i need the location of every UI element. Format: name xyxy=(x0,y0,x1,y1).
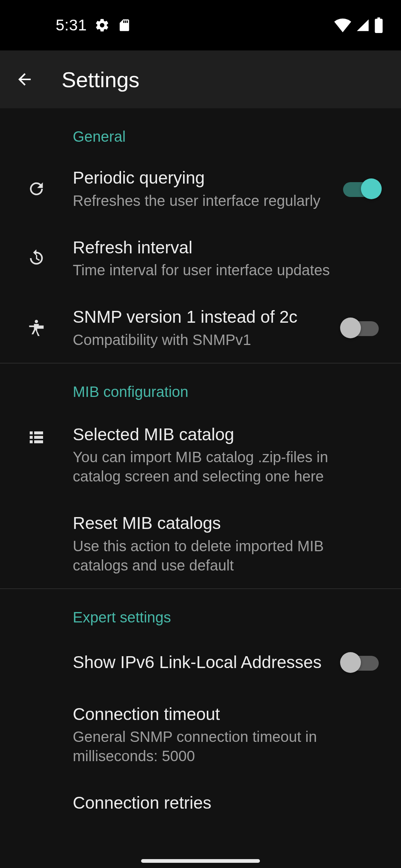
back-button[interactable] xyxy=(11,66,38,93)
sd-card-icon xyxy=(117,18,131,32)
toggle-snmp-v1[interactable] xyxy=(340,316,382,340)
row-selected-mib-catalog[interactable]: Selected MIB catalog You can import MIB … xyxy=(0,409,401,500)
settings-content: General Periodic querying Refreshes the … xyxy=(0,108,401,868)
accessibility-icon xyxy=(0,318,73,338)
row-connection-retries[interactable]: Connection retries xyxy=(0,779,401,814)
setting-subtitle: Refreshes the user interface regularly xyxy=(73,191,333,210)
cell-signal-icon xyxy=(356,18,370,32)
section-header-mib: MIB configuration xyxy=(0,364,401,409)
toggle-show-ipv6[interactable] xyxy=(340,651,382,674)
setting-subtitle: Compatibility with SNMPv1 xyxy=(73,330,333,349)
setting-title: Selected MIB catalog xyxy=(73,424,379,445)
status-left: 5:31 xyxy=(56,16,131,34)
app-bar: Settings xyxy=(0,50,401,108)
row-refresh-interval[interactable]: Refresh interval Time interval for user … xyxy=(0,224,401,293)
list-icon xyxy=(0,424,73,445)
setting-subtitle: General SNMP connection timeout in milli… xyxy=(73,727,379,766)
setting-title: Refresh interval xyxy=(73,237,379,259)
setting-subtitle: Time interval for user interface updates xyxy=(73,260,379,280)
setting-title: Show IPv6 Link-Local Addresses xyxy=(73,652,333,673)
row-periodic-querying[interactable]: Periodic querying Refreshes the user int… xyxy=(0,154,401,224)
status-time: 5:31 xyxy=(56,16,87,34)
setting-title: Connection retries xyxy=(73,792,379,814)
arrow-back-icon xyxy=(15,70,34,89)
refresh-icon xyxy=(0,179,73,198)
battery-icon xyxy=(374,17,383,33)
page-title: Settings xyxy=(62,67,140,92)
setting-title: Periodic querying xyxy=(73,167,333,189)
setting-title: SNMP version 1 instead of 2c xyxy=(73,306,333,328)
wifi-icon xyxy=(334,18,351,32)
setting-subtitle: Use this action to delete imported MIB c… xyxy=(73,536,379,575)
setting-title: Connection timeout xyxy=(73,704,379,725)
settings-gear-icon xyxy=(94,17,110,33)
gesture-bar[interactable] xyxy=(141,859,260,863)
refresh-clock-icon xyxy=(0,249,73,268)
section-header-general: General xyxy=(0,108,401,154)
row-show-ipv6[interactable]: Show IPv6 Link-Local Addresses xyxy=(0,635,401,690)
status-right xyxy=(334,17,383,33)
setting-subtitle: You can import MIB catalog .zip-files in… xyxy=(73,447,379,486)
setting-title: Reset MIB catalogs xyxy=(73,513,379,534)
toggle-periodic-querying[interactable] xyxy=(340,177,382,201)
row-reset-mib-catalogs[interactable]: Reset MIB catalogs Use this action to de… xyxy=(0,499,401,588)
status-bar: 5:31 xyxy=(0,0,401,50)
svg-point-0 xyxy=(35,320,38,323)
section-header-expert: Expert settings xyxy=(0,589,401,635)
row-connection-timeout[interactable]: Connection timeout General SNMP connecti… xyxy=(0,690,401,779)
row-snmp-v1[interactable]: SNMP version 1 instead of 2c Compatibili… xyxy=(0,293,401,363)
